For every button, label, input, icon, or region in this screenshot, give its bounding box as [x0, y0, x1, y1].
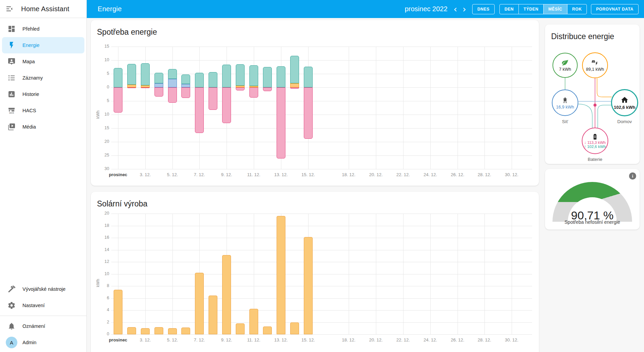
home-assistant-app: Home Assistant Přehled Energie Mapa Zázn…	[0, 0, 644, 352]
sidebar-item-notifications[interactable]: Oznámení	[2, 318, 84, 334]
battery-icon	[592, 133, 598, 140]
range-button-group: DEN TÝDEN MĚSÍC ROK	[499, 4, 587, 14]
sidebar-item-label: Záznamy	[22, 75, 43, 81]
sidebar-item-settings[interactable]: Nastavení	[2, 297, 84, 314]
sidebar-item-label: Admin	[22, 340, 36, 345]
node-label: Baterie	[582, 157, 608, 162]
gridline-vertical	[430, 214, 431, 334]
view-dashboard-icon	[7, 25, 16, 33]
grid-node[interactable]: 16,9 kWh	[552, 89, 578, 116]
gridline-horizontal	[111, 142, 532, 142]
sidebar-header: Home Assistant	[0, 0, 86, 18]
range-week-button[interactable]: TÝDEN	[518, 4, 543, 14]
bar-segment	[141, 328, 150, 334]
compare-data-button[interactable]: POROVNAT DATA	[591, 4, 639, 14]
gridline-horizontal	[111, 262, 532, 262]
sidebar-item-mapa[interactable]: Mapa	[2, 53, 84, 70]
sidebar-item-label: Mapa	[22, 59, 35, 64]
chevron-right-icon[interactable]: ›	[460, 5, 469, 14]
bar-segment	[181, 328, 190, 334]
sidebar-item-hacs[interactable]: HACS HACS	[2, 102, 84, 119]
bar-segment	[249, 87, 258, 98]
bell-icon	[7, 322, 16, 330]
x-axis-tick-label: 18. 12.	[334, 337, 363, 342]
bar-segment	[195, 273, 204, 334]
gridline-horizontal	[111, 226, 532, 226]
logbook-list-icon	[7, 74, 16, 82]
solar-production-card: Solární výroba kWh 20181614121086420pros…	[91, 192, 539, 352]
sidebar-item-historie[interactable]: Historie	[2, 86, 84, 102]
gridline-horizontal	[111, 128, 532, 129]
bar-segment	[290, 56, 299, 83]
bar-segment	[195, 73, 204, 87]
page-title: Energie	[98, 5, 122, 13]
info-icon[interactable]: i	[629, 172, 636, 180]
chart-title: Spotřeba energie	[91, 20, 539, 37]
solar-node[interactable]: 89,1 kWh	[582, 52, 608, 78]
nonfossil-node[interactable]: 7 kWh	[552, 53, 578, 78]
sidebar-item-profile[interactable]: A Admin	[2, 334, 84, 351]
bar-segment	[168, 87, 177, 103]
range-year-button[interactable]: ROK	[567, 4, 587, 14]
gridline-vertical	[430, 47, 431, 169]
x-axis-tick-label: 5. 12.	[158, 172, 187, 177]
x-axis-tick-label: 5. 12.	[158, 337, 187, 342]
bar-segment	[127, 327, 136, 334]
x-axis-tick-label: 26. 12.	[443, 172, 472, 177]
gridline-horizontal	[111, 169, 532, 169]
gridline-horizontal	[111, 274, 532, 274]
sidebar-item-energie[interactable]: Energie	[2, 37, 84, 53]
range-month-button[interactable]: MĚSÍC	[543, 4, 567, 14]
node-value: 102,6 kWh	[614, 105, 635, 110]
gridline-vertical	[172, 214, 173, 334]
content: Spotřeba energie kWh 15105051015202530pr…	[87, 18, 644, 352]
sidebar-divider	[0, 316, 86, 316]
solar-panel-icon	[591, 59, 599, 66]
sidebar-collapse-icon[interactable]	[1, 1, 18, 17]
history-chart-icon	[7, 90, 16, 98]
bar-segment	[263, 87, 272, 91]
bar-segment	[236, 64, 245, 86]
map-account-icon	[7, 57, 16, 66]
bar-segment	[277, 66, 285, 87]
battery-node[interactable]: ↓ 113,3 kWh ↑ 102,6 kWh	[582, 128, 608, 154]
gridline-horizontal	[111, 250, 532, 250]
y-axis-tick-label: 8	[99, 283, 109, 288]
x-axis-tick-label: 28. 12.	[470, 172, 499, 177]
bar-segment	[222, 65, 231, 87]
bar-segment	[222, 87, 231, 123]
main-area: Energie prosinec 2022 ‹ › DNES DEN TÝDEN…	[87, 0, 644, 352]
energy-distribution-card: Distribuce energie Nefosilní Solární	[545, 24, 640, 164]
bar-segment	[277, 216, 285, 334]
y-axis-tick-label: 15	[99, 125, 109, 130]
x-axis-tick-label: 26. 12.	[443, 337, 472, 342]
range-day-button[interactable]: DEN	[500, 4, 518, 14]
y-axis-tick-label: 10	[99, 57, 109, 62]
x-axis-tick-label: 11. 12.	[240, 337, 268, 342]
x-axis-tick-label: 13. 12.	[267, 172, 295, 177]
bar-segment	[277, 87, 285, 158]
y-axis-tick-label: 0	[99, 85, 109, 89]
x-axis-tick-label: 3. 12.	[131, 172, 160, 177]
sidebar-item-dev-tools[interactable]: Vývojářské nástroje	[2, 281, 84, 297]
today-button[interactable]: DNES	[472, 4, 495, 14]
x-axis-tick-label: 28. 12.	[470, 337, 499, 342]
gridline-vertical	[484, 214, 485, 334]
leaf-icon	[561, 59, 569, 66]
bar-segment	[114, 87, 122, 113]
gridline-vertical	[254, 47, 254, 169]
gridline-vertical	[145, 214, 146, 334]
chevron-left-icon[interactable]: ‹	[451, 5, 460, 14]
hacs-store-icon: HACS	[7, 106, 16, 115]
sidebar-item-zaznamy[interactable]: Záznamy	[2, 70, 84, 86]
x-axis-tick-label: 13. 12.	[267, 337, 295, 342]
bar-segment	[141, 87, 150, 88]
home-node[interactable]: 102,6 kWh	[611, 89, 638, 116]
sidebar-item-media[interactable]: Média	[2, 119, 84, 135]
gridline-horizontal	[111, 60, 532, 61]
node-value: 7 kWh	[559, 67, 571, 72]
bar-segment	[114, 68, 122, 87]
sidebar-item-prehled[interactable]: Přehled	[2, 21, 84, 37]
bar-segment	[141, 85, 150, 87]
y-axis-tick-label: 20	[99, 139, 109, 144]
